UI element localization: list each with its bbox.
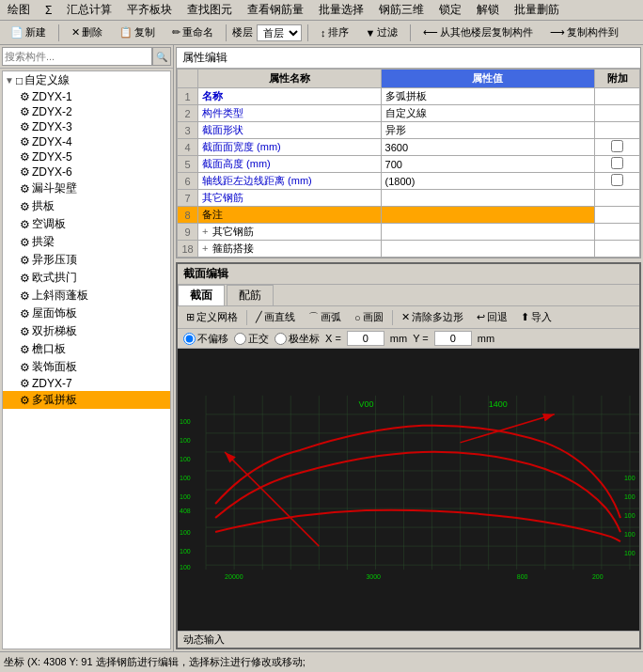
delete-button[interactable]: ✕ 删除 [65,23,109,42]
tree-item-label: 双折梯板 [32,323,77,339]
menu-draw[interactable]: 绘图 [4,2,34,18]
coord-mode-ortho[interactable]: 正交 [234,332,269,346]
menu-batch-select[interactable]: 批量选择 [315,2,368,18]
menu-align[interactable]: 平齐板块 [123,2,176,18]
prop-value-input[interactable] [385,159,590,170]
coord-radio-ortho[interactable] [234,333,246,345]
search-input[interactable] [2,47,152,66]
filter-button[interactable]: ▼ 过滤 [359,23,405,42]
row-num: 9 [178,224,198,241]
prop-extra-checkbox[interactable] [599,140,635,152]
tree-item[interactable]: ⚙ 异形压顶 [3,251,170,269]
tree-item[interactable]: ⚙ 檐口板 [3,340,170,358]
copy-to-button[interactable]: ⟶ 复制构件到 [543,23,625,42]
tree-item[interactable]: ⚙ ZDYX-5 [3,149,170,164]
copy-from-icon: ⟵ [423,26,438,39]
undo-button[interactable]: ↩ 回退 [472,308,512,326]
svg-text:100: 100 [624,550,635,556]
define-grid-label: 定义网格 [196,310,238,324]
prop-name[interactable]: + 其它钢筋 [198,224,382,241]
expand-icon[interactable]: + [202,242,208,254]
prop-value[interactable] [381,139,594,156]
x-label: X = [325,333,341,344]
menu-unlock[interactable]: 解锁 [473,2,503,18]
coord-mode-no-offset[interactable]: 不偏移 [183,332,228,346]
prop-value-input[interactable] [385,142,590,153]
col-value: 属性值 [381,70,594,88]
tree-item-label: 上斜雨蓬板 [32,288,88,304]
sort-icon: ↕ [321,27,326,39]
menu-view-rebar[interactable]: 查看钢筋量 [243,2,307,18]
prop-extra[interactable] [595,139,640,156]
tree-item[interactable]: ⚙ ZDYX-4 [3,134,170,149]
tab-rebar[interactable]: 配筋 [227,285,274,305]
tree-item[interactable]: ⚙ ZDYX-1 [3,89,170,104]
import-button[interactable]: ⬆ 导入 [516,308,557,326]
prop-value-input[interactable] [385,210,590,221]
prop-value: 自定义線 [381,105,594,122]
tree-item[interactable]: ⚙ ZDYX-3 [3,119,170,134]
tree-item[interactable]: ⚙ ZDYX-6 [3,164,170,180]
prop-value[interactable] [381,88,594,105]
search-button[interactable]: 🔍 [152,47,171,66]
coord-mode-polar[interactable]: 极坐标 [274,332,320,346]
prop-extra-checkbox[interactable] [599,174,635,186]
tree-item[interactable]: ⚙ 双折梯板 [3,322,170,340]
gear-icon: ⚙ [20,361,30,374]
prop-value [381,190,594,207]
prop-value[interactable] [381,156,594,173]
prop-extra-checkbox[interactable] [599,157,635,169]
tree-item[interactable]: ⚙ 上斜雨蓬板 [3,287,170,305]
prop-extra [595,224,640,241]
canvas-area[interactable]: V00 1400 100 100 100 100 100 408 100 100… [178,349,639,631]
expand-icon[interactable]: + [202,226,208,237]
new-button[interactable]: 📄 新建 [4,23,53,42]
tree-item-selected[interactable]: ⚙ 多弧拼板 [3,391,170,409]
tree-item[interactable]: ⚙ ZDYX-7 [3,376,170,391]
tree-item[interactable]: ⚙ 屋面饰板 [3,305,170,322]
y-input[interactable] [434,331,472,346]
rename-button[interactable]: ✏ 重命名 [165,23,220,42]
define-grid-button[interactable]: ⊞ 定义网格 [181,308,243,326]
copy-from-button[interactable]: ⟵ 从其他楼层复制构件 [416,23,540,42]
prop-value-input[interactable] [385,91,590,102]
tree-item[interactable]: ⚙ 拱板 [3,197,170,215]
tree-item[interactable]: ⚙ 拱梁 [3,233,170,251]
tree-item[interactable]: ⚙ 空调板 [3,215,170,233]
prop-value: 异形 [381,122,594,139]
coord-radio-no-offset[interactable] [183,333,196,345]
menu-lock[interactable]: 锁定 [435,2,465,18]
prop-name[interactable]: + 箍筋搭接 [198,241,382,258]
coord-radio-polar[interactable] [274,333,287,345]
tree-item-label: 屋面饰板 [32,305,77,321]
tree-item-label-selected: 多弧拼板 [32,392,77,408]
prop-extra[interactable] [595,156,640,173]
svg-text:V00: V00 [358,399,373,409]
menu-summary[interactable]: 汇总计算 [63,2,116,18]
undo-label: 回退 [487,310,508,324]
layer-select[interactable]: 首层 [257,24,302,41]
menu-batch-delete[interactable]: 批量删筋 [510,2,563,18]
tree-item[interactable]: ⚙ ZDYX-2 [3,104,170,119]
filter-icon: ▼ [366,27,376,39]
tree-root[interactable]: ▼ □ 自定义線 [3,71,170,89]
tree-item[interactable]: ⚙ 装饰面板 [3,358,170,376]
menu-find[interactable]: 查找图元 [183,2,236,18]
row-num: 1 [178,88,198,105]
menu-sigma[interactable]: Σ [41,4,55,17]
sort-button[interactable]: ↕ 排序 [314,23,355,42]
tab-section[interactable]: 截面 [178,285,225,305]
draw-line-button[interactable]: ╱ 画直线 [251,308,300,326]
prop-extra[interactable] [595,173,640,190]
clear-polygon-button[interactable]: ✕ 清除多边形 [397,308,468,326]
menu-rebar-3d[interactable]: 钢筋三维 [375,2,428,18]
draw-arc-button[interactable]: ⌒ 画弧 [304,308,346,326]
svg-text:100: 100 [180,418,191,425]
tree-item[interactable]: ⚙ 欧式拱门 [3,269,170,287]
tree-item[interactable]: ⚙ 漏斗架壁 [3,180,170,197]
prop-value[interactable] [381,207,594,224]
copy-button[interactable]: 📋 复制 [113,23,162,42]
x-input[interactable] [347,331,384,346]
draw-circle-button[interactable]: ○ 画圆 [350,308,388,326]
svg-text:100: 100 [624,493,635,500]
